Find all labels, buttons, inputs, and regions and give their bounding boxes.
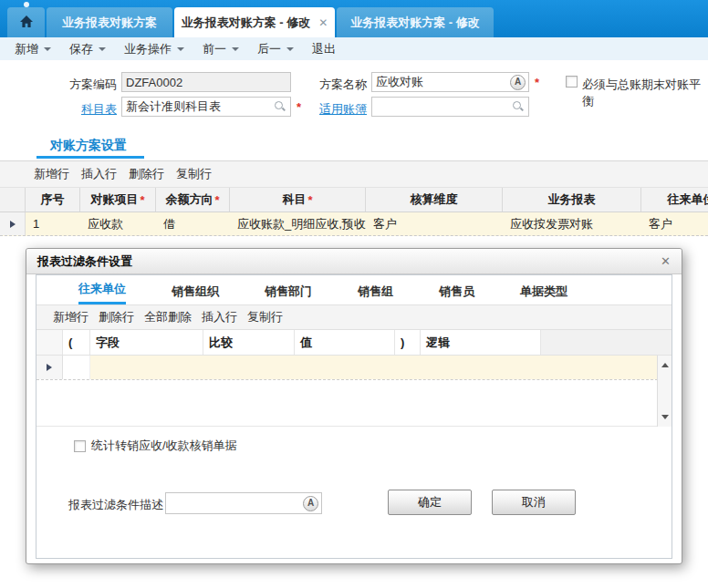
writeoff-checkbox-label: 统计转销应收/收款核销单据 (91, 438, 237, 454)
writeoff-checkbox[interactable] (74, 440, 86, 452)
add-row-button[interactable]: 新增行 (34, 166, 69, 182)
tab-reconcile-scheme-settings[interactable]: 对账方案设置 (50, 138, 127, 154)
required-asterisk: * (214, 193, 219, 207)
tab-scheme-edit-2[interactable]: 业务报表对账方案 - 修改 (337, 7, 494, 37)
col-header-item[interactable]: 对账项目 * (80, 188, 156, 211)
grid-toolbar: 新增行 插入行 删除行 复制行 (0, 161, 708, 188)
required-asterisk: * (307, 193, 312, 207)
table-row[interactable] (36, 356, 672, 380)
dialog-grid-toolbar: 新增行 删除行 全部删除 插入行 复制行 (36, 304, 672, 330)
main-toolbar: 新增 保存 业务操作 前一 后一 退出 (0, 37, 708, 60)
row-selector-header (0, 188, 26, 211)
dialog-tabs: 往来单位 销售组织 销售部门 销售组 销售员 单据类型 (36, 275, 672, 304)
chevron-down-icon (44, 47, 51, 55)
tab-scheme-list[interactable]: 业务报表对账方案 (47, 7, 172, 37)
row-arrow-icon (10, 221, 16, 228)
cell-balance-direction[interactable]: 借 (156, 212, 230, 235)
cell-seq[interactable]: 1 (26, 212, 80, 235)
row-selector-cell[interactable] (0, 212, 26, 235)
col-header-open-paren[interactable]: ( (63, 330, 90, 355)
tab-scheme-edit-active[interactable]: 业务报表对账方案 - 修改 ✕ (174, 7, 335, 37)
scheme-name-input[interactable] (372, 74, 510, 90)
scroll-up-icon[interactable] (661, 359, 669, 367)
account-table-input[interactable] (122, 98, 274, 115)
cell-account[interactable]: 应收账款_明细应收,预收账 (230, 212, 366, 235)
chevron-down-icon (286, 47, 294, 55)
cell-counterparty[interactable]: 客户 (641, 212, 708, 235)
dlg-add-row-button[interactable]: 新增行 (53, 309, 88, 325)
tab-sales-dept[interactable]: 销售部门 (265, 284, 312, 304)
tab-bar: 业务报表对账方案 业务报表对账方案 - 修改 ✕ 业务报表对账方案 - 修改 (0, 0, 708, 37)
col-header-field[interactable]: 字段 (90, 330, 203, 355)
filter-desc-input[interactable] (166, 495, 303, 511)
apply-book-input[interactable] (372, 98, 512, 115)
scheme-code-input[interactable] (122, 74, 290, 90)
multilang-icon[interactable]: A (303, 496, 318, 511)
dlg-delete-row-button[interactable]: 删除行 (99, 309, 134, 325)
col-header-compare[interactable]: 比较 (203, 330, 295, 355)
app-window: 业务报表对账方案 业务报表对账方案 - 修改 ✕ 业务报表对账方案 - 修改 新… (0, 0, 708, 588)
balance-checkbox[interactable] (566, 76, 578, 88)
scroll-down-icon[interactable] (661, 415, 669, 423)
next-button[interactable]: 后一 (248, 41, 303, 57)
cell-item[interactable]: 应收款 (80, 212, 156, 235)
dlg-delete-all-button[interactable]: 全部删除 (144, 309, 192, 325)
delete-row-button[interactable]: 删除行 (129, 166, 164, 182)
col-header-counterparty[interactable]: 往来单位 (641, 188, 708, 211)
cell-dimension[interactable]: 客户 (366, 212, 503, 235)
row-arrow-icon (47, 364, 52, 371)
required-asterisk: * (535, 76, 539, 89)
filter-desc-label: 报表过滤条件描述 (68, 497, 163, 513)
report-filter-dialog: 报表过滤条件设置 ✕ 往来单位 销售组织 销售部门 销售组 销售员 单据类型 新… (26, 248, 682, 564)
multilang-icon[interactable]: A (510, 75, 526, 90)
tab-label: 业务报表对账方案 (62, 15, 157, 31)
tab-label: 业务报表对账方案 - 修改 (350, 15, 480, 31)
ok-button[interactable]: 确定 (388, 490, 472, 515)
balance-checkbox-label: 必须与总账期末对账平衡 (582, 77, 708, 109)
table-row[interactable]: 1 应收款 借 应收账款_明细应收,预收账 客户 应收按发票对账 客户 (0, 212, 708, 236)
col-header-dimension[interactable]: 核算维度 (366, 188, 503, 211)
cancel-button[interactable]: 取消 (492, 490, 576, 515)
col-header-logic[interactable]: 逻辑 (421, 330, 541, 355)
col-header-value[interactable]: 值 (295, 330, 395, 355)
business-actions-button[interactable]: 业务操作 (115, 41, 193, 57)
row-selector-cell[interactable] (36, 356, 63, 379)
cell-open-paren[interactable] (63, 356, 90, 379)
selected-row-highlight[interactable] (90, 356, 657, 379)
insert-row-button[interactable]: 插入行 (81, 166, 117, 182)
col-header-account[interactable]: 科目 * (230, 188, 366, 211)
new-button[interactable]: 新增 (5, 41, 60, 57)
header-filler (541, 330, 672, 355)
col-header-seq[interactable]: 序号 (26, 188, 80, 211)
previous-button[interactable]: 前一 (193, 41, 248, 57)
tab-doc-type[interactable]: 单据类型 (520, 284, 567, 304)
copy-row-button[interactable]: 复制行 (176, 166, 212, 182)
vertical-scrollbar[interactable] (657, 356, 672, 427)
dlg-copy-row-button[interactable]: 复制行 (247, 309, 283, 325)
tab-sales-group[interactable]: 销售组 (358, 284, 393, 304)
scheme-name-label: 方案名称 (274, 77, 367, 93)
search-icon[interactable] (512, 100, 525, 113)
close-icon[interactable]: ✕ (318, 17, 328, 28)
dialog-body-panel: 往来单位 销售组织 销售部门 销售组 销售员 单据类型 新增行 删除行 全部删除… (36, 274, 672, 559)
save-button[interactable]: 保存 (60, 41, 115, 57)
dlg-insert-row-button[interactable]: 插入行 (202, 309, 237, 325)
exit-button[interactable]: 退出 (303, 41, 345, 57)
account-table-link[interactable]: 科目表 (81, 102, 117, 116)
cell-report[interactable]: 应收按发票对账 (503, 212, 641, 235)
tab-home[interactable] (7, 7, 45, 37)
grid-header-row: 序号 对账项目 * 余额方向 * 科目 * 核算维度 业务报表 往来单位 (0, 188, 708, 212)
dlg-row-selector-header (36, 330, 63, 355)
apply-book-link[interactable]: 适用账簿 (319, 102, 367, 116)
tab-salesperson[interactable]: 销售员 (439, 284, 474, 304)
col-header-report[interactable]: 业务报表 (503, 188, 641, 211)
col-header-balance-direction[interactable]: 余额方向 * (156, 188, 230, 211)
tab-counterparty[interactable]: 往来单位 (78, 281, 126, 304)
tab-sales-org[interactable]: 销售组织 (172, 284, 219, 304)
col-header-close-paren[interactable]: ) (395, 330, 421, 355)
dialog-title: 报表过滤条件设置 (37, 253, 132, 270)
close-icon[interactable]: ✕ (661, 254, 671, 268)
chevron-down-icon (99, 47, 106, 55)
dialog-grid-header-row: ( 字段 比较 值 ) 逻辑 (36, 330, 672, 356)
tab-label: 业务报表对账方案 - 修改 (182, 15, 311, 31)
